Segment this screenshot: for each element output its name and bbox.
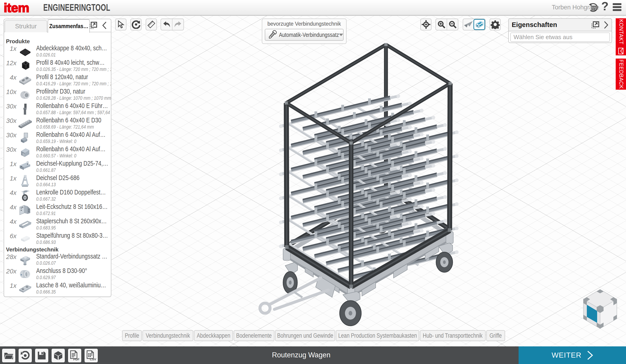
svg-text:PDF: PDF <box>73 358 79 361</box>
svg-text:CSV: CSV <box>90 358 96 361</box>
